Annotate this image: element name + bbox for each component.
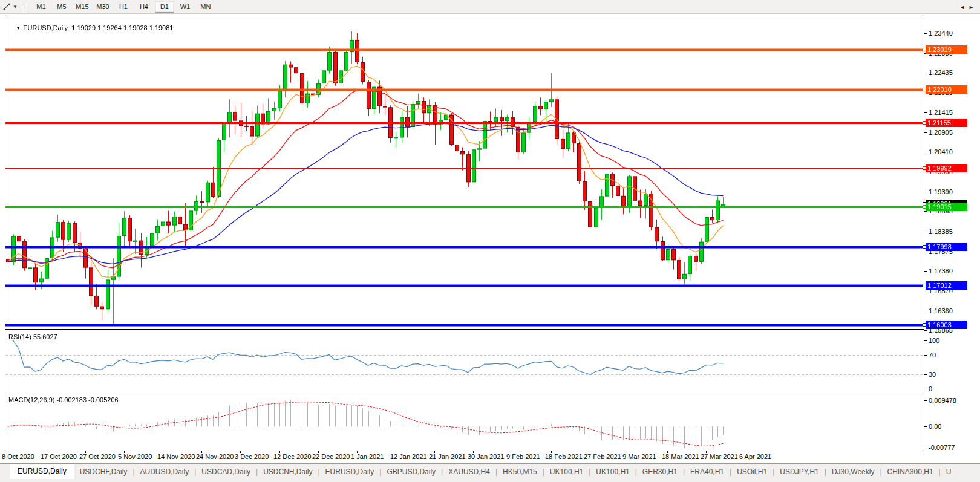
timeframe-button-h4[interactable]: H4 [134,1,154,13]
date-tick-label: 6 Apr 2021 [739,453,771,460]
crosshair-tool-icon[interactable] [1,2,12,11]
price-tick-label: 1.18385 [929,227,953,236]
price-tick-label: -0.00777 [929,443,955,452]
timeframe-button-m5[interactable]: M5 [52,1,71,13]
axis-tick-mark [924,426,927,427]
timeframe-button-mn[interactable]: MN [196,1,215,13]
chart-tab-china300-h1[interactable]: CHINA300,H1 [882,465,939,479]
date-tick-label: 14 Nov 2020 [157,453,195,460]
date-tick-label: 9 Feb 2021 [506,453,540,460]
chart-tab-xauusd-h4[interactable]: XAUUSD,H4 [443,465,495,479]
axis-tick-mark [924,340,927,341]
price-tick-label: 1.22435 [929,68,953,77]
axis-tick-mark [924,355,927,356]
chart-symbol-title: ▼EURUSD,Daily 1.19029 1.19264 1.19028 1.… [8,17,173,39]
date-tick-label: 1 Jan 2021 [351,453,384,460]
tab-scroll-left-icon[interactable]: ◄ [959,4,969,10]
date-tick-label: 5 Nov 2020 [118,453,152,460]
axis-tick-mark [924,330,927,331]
chart-tab-usoil-h1[interactable]: USOil,H1 [731,465,773,479]
tab-scroll-arrows: ◄► [959,4,978,10]
symbol-dropdown-icon[interactable]: ▼ [16,25,21,31]
timeframe-button-w1[interactable]: W1 [175,1,195,13]
price-tick-label: 0.009478 [929,396,956,405]
level-connector-icon [923,284,926,287]
date-tick-label: 30 Jan 2021 [468,453,505,460]
axis-tick-mark [924,132,927,133]
chart-tab-usdjpy-h1[interactable]: USDJPY,H1 [774,465,824,479]
rsi-pane-canvas[interactable] [5,331,924,392]
chart-tab-ger30-h1[interactable]: GER30,H1 [637,465,683,479]
price-tick-label: 1.19390 [929,187,953,196]
date-tick-label: 18 Mar 2021 [662,453,699,460]
axis-tick-mark [924,232,927,232]
price-tick-label: 0 [929,385,932,393]
price-tick-label: 1.23440 [929,29,953,37]
level-connector-icon [923,88,926,91]
date-tick-label: 17 Oct 2020 [41,453,77,460]
date-tick-label: 18 Feb 2021 [545,453,583,460]
date-tick-label: 27 Feb 2021 [584,453,621,460]
level-connector-icon [923,48,926,51]
axis-tick-mark [924,112,927,113]
chart-tab-usdcad-daily[interactable]: USDCAD,Daily [196,465,256,479]
level-connector-icon [923,323,926,327]
axis-tick-mark [924,192,927,192]
tab-scroll-right-icon[interactable]: ► [969,4,978,10]
timeframe-button-m30[interactable]: M30 [93,1,113,13]
date-tick-label: 3 Dec 2020 [235,453,269,460]
axis-tick-mark [924,374,927,375]
chart-tab-eurusd-daily[interactable]: EURUSD,Daily [320,465,380,479]
chart-window: ▼EURUSD,Daily 1.19029 1.19264 1.19028 1.… [5,15,924,451]
date-tick-label: 22 Dec 2020 [312,453,350,460]
axis-tick-mark [924,311,927,311]
level-price-box: 1.19015 [926,203,967,211]
level-price-box: 1.16003 [926,321,967,329]
axis-tick-mark [924,73,927,73]
axis-tick-mark [924,448,927,448]
chart-tab-eurusd-daily[interactable]: EURUSD,Daily [10,464,74,479]
rsi-label: RSI(14) 55.6027 [8,333,57,340]
price-tick-label: 1.17380 [929,267,953,275]
price-tick-label: 30 [929,370,936,379]
toolbar-grip[interactable] [24,2,27,11]
level-price-box: 1.17998 [926,243,967,251]
price-tick-label: 100 [929,336,939,345]
chart-tab-audusd-daily[interactable]: AUDUSD,Daily [135,465,195,479]
timeframe-button-h1[interactable]: H1 [114,1,133,13]
price-axis: 1.234401.229301.224351.219251.214151.209… [924,15,980,463]
axis-tick-mark [924,271,927,272]
timeframe-button-m15[interactable]: M15 [73,1,92,13]
price-tick-label: 0.00 [929,422,941,431]
axis-tick-mark [924,389,927,389]
level-connector-icon [923,166,926,170]
chart-tab-gbpusd-daily[interactable]: GBPUSD,Daily [381,465,441,479]
chart-tab-u[interactable]: U [941,465,957,479]
chart-tab-uk100-h1[interactable]: UK100,H1 [544,465,589,479]
price-tick-label: 1.20905 [929,128,953,137]
timeframe-button-d1[interactable]: D1 [155,1,174,13]
macd-pane-canvas[interactable] [5,394,924,451]
level-connector-icon [923,245,926,249]
chart-tab-uk100-h1[interactable]: UK100,H1 [590,465,635,479]
level-price-box: 1.17012 [926,281,967,290]
level-connector-icon [923,121,926,125]
price-chart-canvas[interactable] [5,15,924,329]
timeframe-buttons: M1M5M15M30H1H4D1W1MN [31,1,216,13]
chevron-down-icon[interactable]: ▼ [13,4,18,10]
date-tick-label: 27 Mar 2021 [701,453,738,460]
date-tick-label: 24 Nov 2020 [196,453,234,460]
chart-tab-usdcnh-daily[interactable]: USDCNH,Daily [258,465,318,479]
price-tick-label: 1.21415 [929,108,953,117]
chart-tab-hk50-m15[interactable]: HK50,M15 [497,465,543,479]
date-tick-label: 21 Jan 2021 [429,453,466,460]
chart-tab-dj30-weekly[interactable]: DJ30,Weekly [826,465,880,479]
price-tick-label: 1.20410 [929,148,953,156]
price-tick-label: 70 [929,351,936,359]
timeframe-button-m1[interactable]: M1 [31,1,51,13]
chart-tab-usdchf-daily[interactable]: USDCHF,Daily [74,465,133,479]
date-tick-label: 8 Oct 2020 [2,453,34,460]
chart-tab-fra40-h1[interactable]: FRA40,H1 [685,465,730,479]
level-price-box: 1.22010 [926,85,967,94]
bottom-strip [0,479,980,482]
